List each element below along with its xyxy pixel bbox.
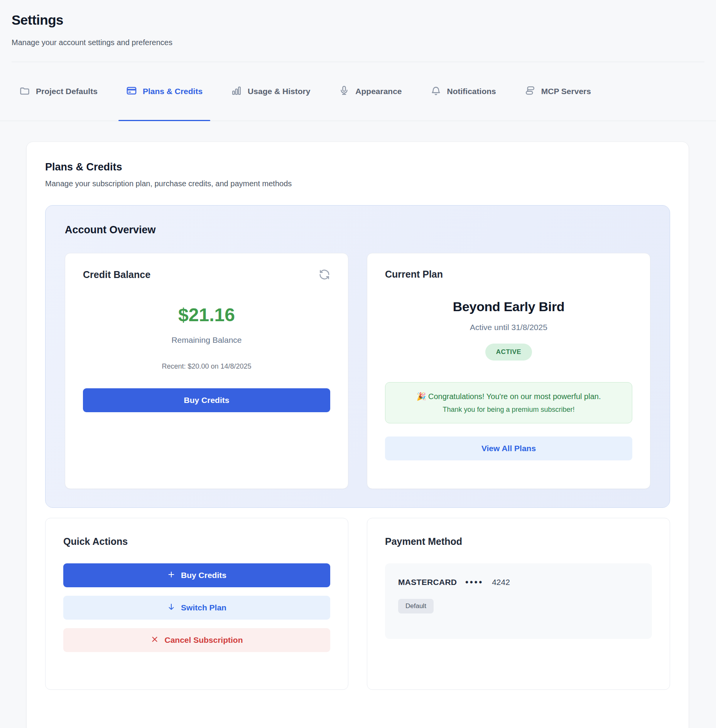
settings-page: Settings Manage your account settings an…	[0, 0, 716, 728]
current-plan-title: Current Plan	[385, 269, 632, 280]
card-brand: MASTERCARD	[398, 578, 457, 587]
credit-balance-card: Credit Balance	[65, 253, 348, 489]
switch-plan-label: Switch Plan	[181, 603, 226, 612]
buy-credits-label: Buy Credits	[184, 396, 230, 405]
tab-plans-credits[interactable]: Plans & Credits	[118, 62, 210, 121]
tab-label: Usage & History	[248, 87, 310, 96]
section-description: Manage your subscription plan, purchase …	[45, 179, 670, 188]
congrats-line1: 🎉 Congratulations! You're on our most po…	[393, 392, 624, 401]
congrats-line2: Thank you for being a premium subscriber…	[393, 406, 624, 414]
folder-icon	[19, 85, 30, 98]
refresh-balance-button[interactable]	[319, 269, 330, 280]
cancel-subscription-button[interactable]: Cancel Subscription	[63, 628, 330, 652]
settings-tabs: Project Defaults Plans & Credits Usa	[0, 62, 716, 121]
tab-notifications[interactable]: Notifications	[423, 62, 504, 121]
tab-label: Project Defaults	[36, 87, 98, 96]
tab-usage-history[interactable]: Usage & History	[223, 62, 318, 121]
account-overview-title: Account Overview	[65, 224, 650, 236]
switch-plan-button[interactable]: Switch Plan	[63, 596, 330, 620]
plus-icon	[167, 570, 176, 581]
microphone-icon	[339, 85, 350, 98]
plans-credits-panel: Plans & Credits Manage your subscription…	[26, 142, 689, 728]
tab-label: Plans & Credits	[143, 87, 203, 96]
plan-name: Beyond Early Bird	[385, 299, 632, 314]
account-overview: Account Overview Credit Balance	[45, 205, 670, 508]
tab-label: Appearance	[355, 87, 402, 96]
tab-mcp-servers[interactable]: MCP Servers	[517, 62, 599, 121]
tab-label: Notifications	[447, 87, 496, 96]
account-overview-grid: Credit Balance	[65, 253, 650, 489]
payment-method-item: MASTERCARD •••• 4242 Default	[385, 563, 652, 639]
tab-project-defaults[interactable]: Project Defaults	[12, 62, 105, 121]
tab-appearance[interactable]: Appearance	[331, 62, 409, 121]
credit-balance-title: Credit Balance	[83, 269, 150, 280]
plan-active-until: Active until 31/8/2025	[385, 323, 632, 332]
page-header: Settings Manage your account settings an…	[0, 0, 716, 62]
quick-actions-card: Quick Actions Buy Credits	[45, 518, 348, 690]
card-masked-digits: ••••	[465, 577, 483, 587]
bottom-grid: Quick Actions Buy Credits	[45, 518, 670, 690]
section-title: Plans & Credits	[45, 161, 670, 173]
cancel-subscription-label: Cancel Subscription	[164, 635, 243, 645]
view-all-plans-button[interactable]: View All Plans	[385, 436, 632, 460]
arrow-down-icon	[167, 603, 176, 613]
bell-icon	[431, 85, 441, 98]
congrats-banner: 🎉 Congratulations! You're on our most po…	[385, 382, 632, 423]
status-badge: ACTIVE	[485, 344, 532, 361]
page-title: Settings	[12, 12, 704, 28]
payment-method-title: Payment Method	[385, 536, 652, 547]
payment-card-row: MASTERCARD •••• 4242	[398, 577, 639, 587]
plan-status-row: ACTIVE	[385, 344, 632, 361]
quick-buy-credits-label: Buy Credits	[181, 571, 226, 580]
credit-balance-header: Credit Balance	[83, 269, 330, 280]
bar-chart-icon	[231, 85, 242, 98]
payment-method-card: Payment Method MASTERCARD •••• 4242 Defa…	[367, 518, 670, 690]
x-icon	[150, 635, 159, 645]
current-plan-card: Current Plan Beyond Early Bird Active un…	[367, 253, 650, 489]
credit-card-icon	[126, 85, 137, 98]
server-stack-icon	[525, 85, 535, 98]
credit-balance-recent: Recent: $20.00 on 14/8/2025	[83, 362, 330, 371]
page-subtitle: Manage your account settings and prefere…	[12, 38, 704, 47]
tab-label: MCP Servers	[541, 87, 591, 96]
buy-credits-button[interactable]: Buy Credits	[83, 388, 330, 412]
card-last4: 4242	[492, 578, 510, 587]
credit-balance-label: Remaining Balance	[83, 335, 330, 345]
credit-balance-amount: $21.16	[83, 304, 330, 325]
view-all-plans-label: View All Plans	[481, 444, 536, 453]
quick-buy-credits-button[interactable]: Buy Credits	[63, 563, 330, 587]
quick-actions-title: Quick Actions	[63, 536, 330, 547]
default-badge: Default	[398, 599, 434, 613]
quick-actions-buttons: Buy Credits Switch Plan	[63, 563, 330, 652]
refresh-icon	[319, 276, 330, 281]
